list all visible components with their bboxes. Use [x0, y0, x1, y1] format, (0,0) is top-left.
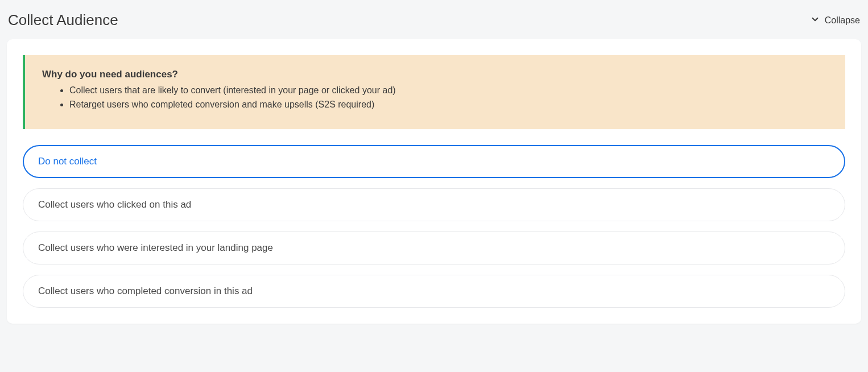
option-label: Collect users who clicked on this ad [38, 199, 191, 210]
option-clicked-ad[interactable]: Collect users who clicked on this ad [23, 188, 845, 221]
option-completed-conversion[interactable]: Collect users who completed conversion i… [23, 275, 845, 308]
option-interested-landing[interactable]: Collect users who were interested in you… [23, 232, 845, 264]
option-label: Collect users who were interested in you… [38, 242, 273, 253]
option-do-not-collect[interactable]: Do not collect [23, 145, 845, 178]
card-panel: Why do you need audiences? Collect users… [7, 39, 861, 324]
option-label: Do not collect [38, 156, 97, 167]
info-banner-list: Collect users that are likely to convert… [42, 84, 828, 112]
info-bullet: Collect users that are likely to convert… [69, 84, 828, 98]
section-header: Collect Audience Collapse [7, 11, 861, 29]
collapse-toggle[interactable]: Collapse [810, 14, 860, 27]
option-label: Collect users who completed conversion i… [38, 286, 253, 296]
chevron-down-icon [810, 14, 820, 27]
info-banner-title: Why do you need audiences? [42, 69, 828, 80]
info-bullet: Retarget users who completed conversion … [69, 98, 828, 112]
collapse-label: Collapse [825, 15, 860, 26]
section-title: Collect Audience [8, 11, 118, 29]
info-banner: Why do you need audiences? Collect users… [23, 55, 845, 129]
